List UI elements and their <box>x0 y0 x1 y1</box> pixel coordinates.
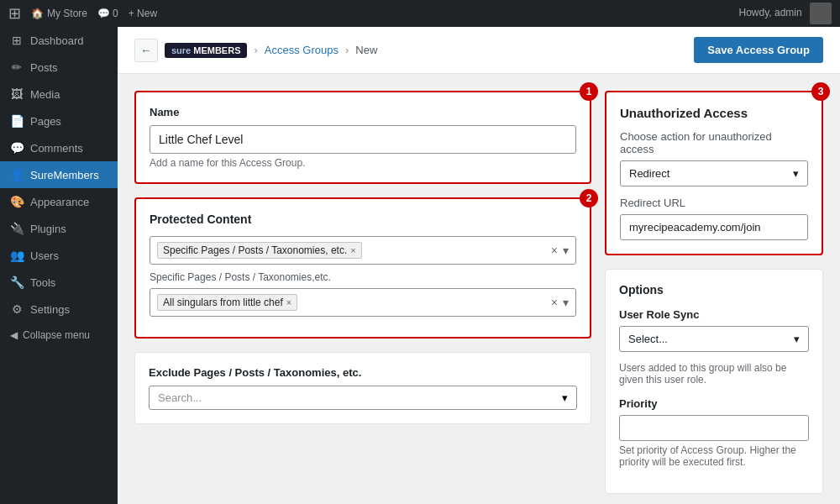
admin-label: Howdy, admin <box>739 3 832 24</box>
collapse-icon: ◀ <box>10 329 18 341</box>
site-name[interactable]: 🏠 My Store <box>31 8 87 19</box>
save-access-group-button[interactable]: Save Access Group <box>694 37 823 63</box>
tools-icon: 🔧 <box>10 276 24 289</box>
suremembers-logo: sureMEMBERS <box>165 43 247 58</box>
logo-sure: sure <box>171 45 191 55</box>
top-bar: ⊞ 🏠 My Store 💬 0 + New Howdy, admin <box>0 0 840 27</box>
protected-tags-1: Specific Pages / Posts / Taxonomies, etc… <box>157 242 551 259</box>
pages-icon: 📄 <box>10 114 24 128</box>
protected-row-1-actions: × ▾ <box>551 244 569 257</box>
priority-section: Priority Set priority of Access Group. H… <box>619 397 809 468</box>
breadcrumb-sep-1: › <box>254 44 257 56</box>
add-new-link[interactable]: + New <box>129 8 157 19</box>
name-section-wrapper: Name Add a name for this Access Group. 1 <box>134 91 591 184</box>
exclude-chevron-icon[interactable]: ▾ <box>562 391 568 404</box>
name-hint: Add a name for this Access Group. <box>150 157 576 169</box>
action-label: Choose action for unauthorized access <box>620 130 808 155</box>
plugins-icon: 🔌 <box>10 222 24 235</box>
appearance-icon: 🎨 <box>10 195 24 208</box>
user-role-sync-section: User Role Sync Select... ▾ Users added t… <box>619 308 809 386</box>
page-header: ← sureMEMBERS › Access Groups › New Save… <box>118 27 840 74</box>
user-role-sync-label: User Role Sync <box>619 308 809 321</box>
sidebar-item-settings[interactable]: ⚙ Settings <box>0 296 118 323</box>
action-select[interactable]: Redirect ▾ <box>620 160 808 186</box>
content-main: Name Add a name for this Access Group. 1… <box>134 91 591 494</box>
back-icon: ← <box>140 44 152 57</box>
logo-members: MEMBERS <box>193 45 240 55</box>
name-input[interactable] <box>150 125 576 154</box>
breadcrumb-new: New <box>355 44 377 56</box>
breadcrumb-access-groups[interactable]: Access Groups <box>265 44 339 56</box>
sidebar-item-posts[interactable]: ✏ Posts <box>0 54 118 81</box>
user-role-chevron-icon: ▾ <box>794 333 800 345</box>
dashboard-icon: ⊞ <box>10 34 24 47</box>
exclude-search-row[interactable]: Search... ▾ <box>149 386 577 410</box>
top-bar-left: ⊞ 🏠 My Store 💬 0 + New <box>8 4 157 23</box>
suremembers-icon: 👤 <box>10 168 24 181</box>
options-card: Options User Role Sync Select... ▾ Users… <box>605 269 823 494</box>
action-chevron-icon: ▾ <box>793 167 799 180</box>
sidebar-item-appearance[interactable]: 🎨 Appearance <box>0 188 118 215</box>
users-icon: 👥 <box>10 249 24 262</box>
exclude-search-placeholder: Search... <box>158 391 202 404</box>
protected-tag-1-close[interactable]: × <box>350 245 355 255</box>
priority-input[interactable] <box>619 415 809 441</box>
protected-sublabel: Specific Pages / Posts / Taxonomies,etc. <box>150 271 576 283</box>
badge-2: 2 <box>580 189 598 207</box>
sidebar: ⊞ Dashboard ✏ Posts 🖼 Media 📄 Pages 💬 Co… <box>0 27 118 504</box>
unauthorized-card: Unauthorized Access Choose action for un… <box>605 91 823 255</box>
sidebar-item-dashboard[interactable]: ⊞ Dashboard <box>0 27 118 54</box>
exclude-section: Exclude Pages / Posts / Taxonomies, etc.… <box>134 352 591 424</box>
priority-label: Priority <box>619 397 809 410</box>
protected-row-1[interactable]: Specific Pages / Posts / Taxonomies, etc… <box>150 236 576 265</box>
protected-tag-2: All singulars from little chef × <box>157 294 297 311</box>
comments-nav-icon: 💬 <box>10 141 24 155</box>
user-role-select[interactable]: Select... ▾ <box>619 326 809 352</box>
sidebar-item-suremembers[interactable]: 👤 SureMembers <box>0 161 118 188</box>
app-body: ⊞ Dashboard ✏ Posts 🖼 Media 📄 Pages 💬 Co… <box>0 27 840 504</box>
name-label: Name <box>150 106 576 118</box>
protected-tag-1: Specific Pages / Posts / Taxonomies, etc… <box>157 242 362 259</box>
chevron-down-icon-2[interactable]: ▾ <box>563 296 569 309</box>
sidebar-item-users[interactable]: 👥 Users <box>0 242 118 269</box>
sidebar-item-plugins[interactable]: 🔌 Plugins <box>0 215 118 242</box>
breadcrumb: ← sureMEMBERS › Access Groups › New <box>134 39 377 62</box>
action-value: Redirect <box>629 167 669 180</box>
sidebar-item-comments[interactable]: 💬 Comments <box>0 134 118 161</box>
sidebar-item-media[interactable]: 🖼 Media <box>0 81 118 108</box>
back-button[interactable]: ← <box>134 39 158 62</box>
badge-3: 3 <box>811 82 830 101</box>
main-content: ← sureMEMBERS › Access Groups › New Save… <box>118 27 840 504</box>
breadcrumb-sep-2: › <box>345 44 349 56</box>
protected-title: Protected Content <box>150 213 576 226</box>
content-area: Name Add a name for this Access Group. 1… <box>118 74 840 504</box>
wp-logo-icon[interactable]: ⊞ <box>8 4 21 23</box>
options-title: Options <box>619 283 809 297</box>
name-section: Name Add a name for this Access Group. <box>134 91 591 184</box>
sidebar-item-pages[interactable]: 📄 Pages <box>0 108 118 134</box>
collapse-menu[interactable]: ◀ Collapse menu <box>0 323 118 348</box>
admin-avatar <box>810 3 832 24</box>
protected-section: Protected Content Specific Pages / Posts… <box>134 197 591 339</box>
clear-icon-2[interactable]: × <box>551 296 558 309</box>
comments-icon: 💬 <box>97 8 110 19</box>
unauthorized-title: Unauthorized Access <box>620 106 808 120</box>
redirect-url-input[interactable] <box>620 214 808 240</box>
protected-row-2[interactable]: All singulars from little chef × × ▾ <box>150 288 576 317</box>
content-sidebar: Unauthorized Access Choose action for un… <box>605 91 823 494</box>
unauthorized-wrapper: Unauthorized Access Choose action for un… <box>605 91 823 255</box>
settings-icon: ⚙ <box>10 302 24 316</box>
protected-tag-2-close[interactable]: × <box>286 297 291 307</box>
sidebar-item-tools[interactable]: 🔧 Tools <box>0 269 118 296</box>
posts-icon: ✏ <box>10 60 24 74</box>
chevron-down-icon-1[interactable]: ▾ <box>563 244 569 257</box>
user-role-hint: Users added to this group will also be g… <box>619 362 809 386</box>
user-role-placeholder: Select... <box>628 333 668 345</box>
priority-hint: Set priority of Access Group. Higher the… <box>619 444 809 468</box>
exclude-label: Exclude Pages / Posts / Taxonomies, etc. <box>149 366 577 379</box>
site-icon: 🏠 <box>31 8 44 19</box>
badge-1: 1 <box>580 82 598 101</box>
url-label: Redirect URL <box>620 197 808 209</box>
comments-link[interactable]: 💬 0 <box>97 8 118 19</box>
clear-icon-1[interactable]: × <box>551 244 558 257</box>
